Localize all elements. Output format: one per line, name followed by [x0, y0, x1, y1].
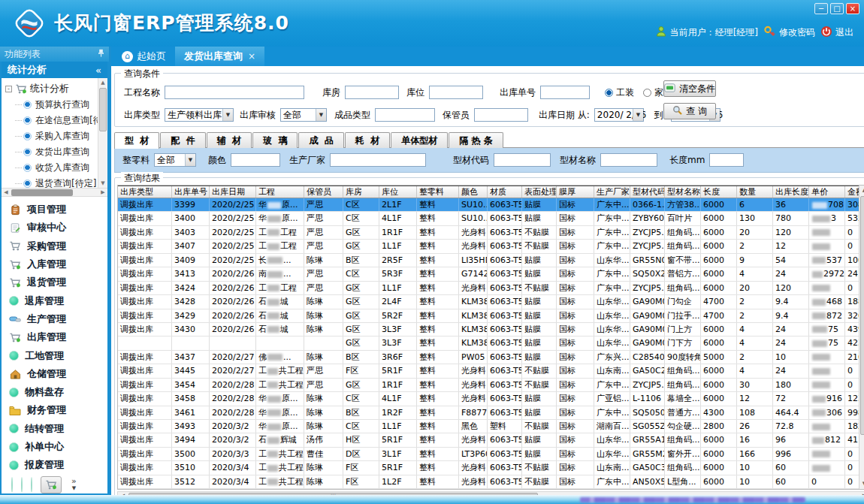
table-row[interactable]: 调拨出库34372020/2/27佛...陈琳B区3R6F整料PW056063-… — [118, 351, 864, 364]
table-row[interactable]: 调拨出库34292020/2/26石城陈琳G区5R2F整料KLM38176063… — [118, 309, 864, 323]
collapse-icon[interactable]: « — [95, 65, 101, 76]
sidebar-menu-item[interactable]: 工地管理 — [2, 346, 107, 364]
sidebar-menu-item[interactable]: 审核中心 — [2, 219, 107, 237]
sidebar-menu-item[interactable]: 报废管理 — [2, 456, 107, 474]
tab-shipment-outbound-query[interactable]: 发货出库查询 × — [175, 47, 264, 66]
scroll-up-icon[interactable]: ▲ — [859, 186, 864, 195]
table-row[interactable]: 调拨出库34542020/2/28工共工程严思G区1R1F整料光身料6063-T… — [118, 379, 864, 392]
tree-vertical-scrollbar[interactable]: ▲ ▼ — [98, 78, 107, 188]
column-header[interactable]: 表面处理 — [522, 186, 557, 198]
length-input[interactable] — [709, 153, 744, 167]
scroll-right-icon[interactable]: ▶ — [98, 189, 107, 197]
project-name-input[interactable] — [165, 86, 304, 99]
tab-close-icon[interactable]: × — [248, 51, 255, 62]
color-input[interactable] — [231, 153, 280, 167]
column-header[interactable]: 工程 — [256, 186, 304, 198]
table-row[interactable]: 调拨出库34942020/3/2石辉城汤伟H区5R1F整料光身料6063-T5贴… — [118, 433, 864, 447]
table-row[interactable]: 调拨出库34582020/2/28华原...陈琳C区4L1F整料光身料6063-… — [118, 392, 864, 406]
toolbar-dot-icon[interactable] — [31, 478, 32, 492]
cart-toolbar-button[interactable] — [41, 476, 62, 493]
logout-button[interactable]: 退出 — [820, 26, 853, 40]
column-header[interactable]: 出库日期 — [210, 186, 256, 198]
maximize-button[interactable]: □ — [830, 3, 844, 14]
column-header[interactable]: 库房 — [343, 186, 379, 198]
sidebar-menu-item[interactable]: 结转管理 — [2, 420, 107, 438]
profile-name-input[interactable] — [600, 153, 657, 167]
sidebar-menu-item[interactable]: 仓储管理 — [2, 365, 107, 383]
table-row[interactable]: 调拨出库33992020/2/25华原...严思C区2L1F整料SU10...6… — [118, 198, 864, 212]
close-button[interactable]: × — [846, 3, 859, 14]
sidebar-menu-item[interactable]: 入库管理 — [2, 255, 107, 273]
keeper-input[interactable] — [474, 108, 528, 122]
material-tab[interactable]: 隔 热 条 — [449, 132, 503, 148]
column-header[interactable]: 出库单号 — [172, 186, 210, 198]
warehouse-input[interactable] — [345, 86, 399, 99]
scroll-up-icon[interactable]: ▲ — [98, 78, 107, 87]
sidebar-menu-item[interactable]: 生产管理 — [2, 310, 107, 328]
sidebar-menu-item[interactable]: 出库管理 — [2, 328, 107, 346]
material-tab[interactable]: 辅 材 — [207, 132, 252, 148]
order-no-input[interactable] — [540, 86, 590, 99]
minimize-button[interactable]: ─ — [814, 3, 828, 14]
table-row[interactable]: 调拨出库34032020/2/25工工程严思G区1R1F整料光身料6063-T5… — [118, 226, 864, 240]
scroll-thumb[interactable] — [11, 189, 73, 196]
column-header[interactable]: 整零料 — [417, 186, 459, 198]
column-header[interactable]: 长度 — [701, 186, 737, 198]
material-tab[interactable]: 单体型材 — [391, 132, 448, 148]
table-row[interactable]: 调拨出库35002020/3/3工共工程曹佳D区3L1F整料LT3P606063… — [118, 448, 864, 461]
table-row[interactable]: 调拨出库34132020/2/26南...严思C区5R3F整料G71422606… — [118, 267, 864, 281]
manufacturer-input[interactable] — [330, 153, 426, 167]
table-row[interactable]: 调拨出库34612020/2/28华原...陈琳B区1R2F整料F8877FT6… — [118, 406, 864, 420]
column-header[interactable]: 单价 — [809, 186, 845, 198]
column-header[interactable]: 颜色 — [459, 186, 488, 198]
column-header[interactable]: 保管员 — [304, 186, 343, 198]
sidebar-menu-item[interactable]: 补单中心 — [2, 438, 107, 456]
profile-code-input[interactable] — [494, 153, 551, 167]
table-row[interactable]: 调拨出库34072020/2/25工工程严思G区1L1F整料光身料6063-T5… — [118, 240, 864, 253]
pin-icon[interactable] — [98, 49, 104, 59]
column-header[interactable]: 生产厂家 — [594, 186, 630, 198]
table-row[interactable]: 调拨出库34002020/2/25华原...严思C区4L1F整料SU10...6… — [118, 212, 864, 225]
radio-selected-option[interactable]: 工装 — [605, 86, 634, 99]
grid-vertical-scrollbar[interactable]: ▲ ▼ — [859, 186, 864, 489]
scroll-down-icon[interactable]: ▼ — [859, 479, 864, 489]
toolbar-more-button[interactable]: »▼ — [71, 478, 77, 491]
table-row[interactable]: 调拨出库34932020/3/2华原...陈琳C区1L1F整料黑色塑料不贴膜国标… — [118, 420, 864, 433]
location-input[interactable] — [429, 86, 483, 99]
column-header[interactable]: 型材代码 — [630, 186, 665, 198]
scroll-thumb[interactable] — [99, 88, 107, 131]
sidebar-menu-item[interactable]: 物料盘存 — [2, 383, 107, 401]
scroll-down-icon[interactable]: ▼ — [98, 179, 107, 188]
column-header[interactable]: 材质 — [488, 186, 522, 198]
table-row[interactable]: 调拨出库35122020/3/4工共工程陈琳F区1L2F整料光身料6063-T5… — [118, 475, 864, 489]
tree-horizontal-scrollbar[interactable]: ◀ ▶ — [2, 188, 107, 197]
material-tab[interactable]: 型 材 — [114, 132, 159, 149]
table-row[interactable]: 调拨出库34452020/2/27工共工程严思F区5R1F整料光身料6063-T… — [118, 364, 864, 378]
tree-item[interactable]: 发货出库查询 — [5, 144, 98, 160]
toolbar-dot-icon[interactable] — [11, 478, 13, 492]
material-tab[interactable]: 成 品 — [298, 132, 343, 148]
tab-home[interactable]: ⌂ 起始页 — [113, 47, 175, 66]
tree-item[interactable]: 预算执行查询 — [5, 97, 98, 113]
material-tab[interactable]: 配 件 — [160, 132, 205, 148]
table-row[interactable]: 调拨出库35102020/3/4工共工程陈琳F区5R1F整料光身料6063-T5… — [118, 461, 864, 475]
material-tab[interactable]: 耗 材 — [345, 132, 390, 148]
column-header[interactable]: 膜厚 — [557, 186, 594, 198]
change-password-button[interactable]: 修改密码 — [763, 26, 815, 40]
column-header[interactable]: 数量 — [737, 186, 773, 198]
table-row[interactable]: 调拨出库34302020/2/26石城陈琳G区3L3F整料KLM38176063… — [118, 323, 864, 337]
sidebar-menu-item[interactable]: 财务管理 — [2, 401, 107, 419]
material-tab[interactable]: 玻 璃 — [252, 132, 298, 148]
sidebar-section-statistics[interactable]: 统计分析 « — [2, 62, 107, 78]
date-from-picker[interactable]: 2020/ 2/16▼ — [594, 108, 644, 122]
table-row[interactable]: 调拨出库34242020/2/26工工程严思G区1L1F整料光身料6063-T5… — [118, 282, 864, 295]
tree-root-item[interactable]: -统计分析 — [5, 80, 98, 97]
table-row[interactable]: G区3L3F整料KLM38176063-T5贴膜国标山东华...GA90M09.… — [118, 337, 864, 350]
tree-item[interactable]: 退货查询[待定] — [5, 176, 98, 188]
search-button[interactable]: 查 询 — [663, 103, 716, 119]
audit-select[interactable]: 全部▼ — [280, 108, 327, 122]
sidebar-menu-item[interactable]: 退库管理 — [2, 291, 107, 309]
clear-conditions-button[interactable]: 清空条件 — [663, 80, 716, 97]
column-header[interactable]: 库位 — [379, 186, 417, 198]
sidebar-menu-item[interactable]: 采购管理 — [2, 237, 107, 255]
